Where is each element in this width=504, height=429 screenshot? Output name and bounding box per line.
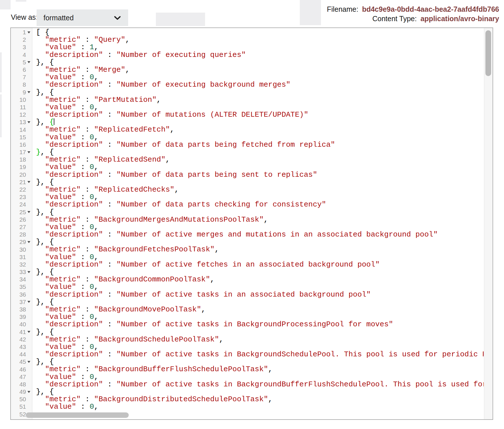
code-line[interactable]: "value" : 0, [36, 193, 484, 201]
fold-arrow-icon[interactable] [26, 178, 32, 186]
code-line[interactable]: "value" : 0, [36, 134, 484, 141]
line-number: 7 [13, 74, 26, 81]
code-line[interactable]: "value" : 0, [36, 403, 484, 410]
gutter-row: 25 [11, 208, 32, 216]
code-line[interactable]: "metric" : "ReplicatedSend", [36, 156, 484, 163]
gutter-row: 45 [11, 358, 32, 366]
vertical-scrollbar-thumb[interactable] [485, 30, 491, 76]
code-line[interactable]: "value" : 1, [36, 43, 484, 51]
code-line[interactable]: "description" : "Number of active tasks … [36, 321, 484, 328]
vertical-scrollbar[interactable] [484, 28, 493, 419]
gutter-row: 33 [11, 268, 32, 276]
code-line[interactable]: "description" : "Number of executing que… [36, 51, 484, 59]
code-line[interactable]: "metric" : "BackgroundDistributedSchedul… [36, 396, 484, 403]
code-line[interactable]: "metric" : "BackgroundMovePoolTask", [36, 306, 484, 313]
fold-arrow-icon[interactable] [26, 29, 32, 36]
fold-arrow-icon[interactable] [26, 238, 32, 246]
code-line[interactable]: "metric" : "ReplicatedChecks", [36, 186, 484, 193]
code-line[interactable]: "metric" : "BackgroundMergesAndMutations… [36, 216, 484, 223]
code-line[interactable]: "value" : 0, [36, 313, 484, 321]
fold-arrow-icon[interactable] [26, 268, 32, 276]
fold-arrow-icon[interactable] [26, 358, 32, 366]
fold-arrow-icon[interactable] [26, 118, 32, 126]
code-line[interactable]: "description" : "Number of active tasks … [36, 291, 484, 298]
code-line[interactable]: "metric" : "Merge", [36, 66, 484, 74]
fold-arrow-icon[interactable] [26, 328, 32, 336]
line-number: 33 [13, 269, 26, 275]
code-line[interactable]: }, { [36, 358, 484, 366]
gutter-row: 7 [11, 74, 32, 81]
gutter-row: 16 [11, 141, 32, 148]
code-line[interactable]: "value" : 0, [36, 373, 484, 381]
code-editor[interactable]: 1234567891011121314151617181920212223242… [10, 27, 493, 420]
fold-arrow-icon[interactable] [26, 208, 32, 216]
line-number: 26 [13, 216, 26, 223]
code-line[interactable]: "value" : 0, [36, 343, 484, 351]
code-line[interactable]: "value" : 0, [36, 253, 484, 261]
code-line[interactable]: }, { [36, 89, 484, 96]
punctuation-token: , [268, 365, 273, 374]
line-number: 32 [13, 261, 26, 268]
code-line[interactable]: "description" : "Number of active fetche… [36, 261, 484, 268]
code-line[interactable]: "description" : "Number of data parts be… [36, 141, 484, 148]
code-line[interactable]: "value" : 0, [36, 163, 484, 171]
code-line[interactable]: "value" : 0, [36, 223, 484, 231]
skeleton-block [300, 0, 321, 25]
gutter-row: 31 [11, 253, 32, 261]
json-string-token: "BackgroundMovePoolTask" [94, 305, 201, 314]
code-line[interactable]: "value" : 0, [36, 283, 484, 291]
code-line[interactable]: "description" : "Number of mutations (AL… [36, 111, 484, 118]
code-line[interactable]: }, { [36, 388, 484, 396]
code-line[interactable]: "description" : "Number of data parts ch… [36, 201, 484, 208]
punctuation-token: : [103, 140, 116, 149]
fold-arrow-icon[interactable] [26, 148, 32, 156]
line-number: 25 [13, 209, 26, 216]
code-line[interactable]: }, { [36, 268, 484, 276]
line-number: 27 [13, 224, 26, 231]
code-line[interactable]: [ { [36, 29, 484, 36]
json-string-token: "BackgroundSchedulePoolTask" [94, 335, 219, 344]
code-line[interactable]: "metric" : "Query", [36, 36, 484, 43]
code-line[interactable]: "description" : "Number of active merges… [36, 231, 484, 238]
code-line[interactable]: "description" : "Number of active tasks … [36, 351, 484, 358]
punctuation-token: , [215, 245, 219, 254]
code-line[interactable]: "metric" : "BackgroundSchedulePoolTask", [36, 336, 484, 343]
line-number: 39 [13, 313, 26, 320]
code-line[interactable]: }, { [36, 178, 484, 186]
line-number: 12 [13, 111, 26, 118]
line-number: 19 [13, 164, 26, 170]
code-line[interactable]: "metric" : "BackgroundCommonPoolTask", [36, 276, 484, 283]
fold-arrow-icon[interactable] [26, 59, 32, 66]
code-line[interactable]: }, { [36, 148, 484, 156]
gutter-row: 24 [11, 201, 32, 208]
code-line[interactable]: }, { [36, 118, 484, 126]
line-number: 9 [13, 89, 26, 96]
fold-arrow-icon[interactable] [26, 388, 32, 396]
horizontal-scrollbar-thumb[interactable] [26, 412, 129, 418]
code-line[interactable]: "metric" : "ReplicatedFetch", [36, 126, 484, 133]
line-number: 22 [13, 186, 26, 193]
code-line[interactable]: "description" : "Number of executing bac… [36, 81, 484, 88]
code-area[interactable]: [ { "metric" : "Query", "value" : 1, "de… [36, 29, 484, 419]
code-line[interactable]: }, { [36, 298, 484, 306]
code-line[interactable]: "metric" : "PartMutation", [36, 96, 484, 104]
code-line[interactable]: }, { [36, 59, 484, 66]
code-line[interactable]: "value" : 0, [36, 74, 484, 81]
line-number: 6 [13, 66, 26, 73]
fold-arrow-icon[interactable] [26, 89, 32, 96]
code-line[interactable]: }, { [36, 208, 484, 216]
code-line[interactable]: "metric" : "BackgroundBufferFlushSchedul… [36, 366, 484, 373]
punctuation-token: : [103, 350, 116, 359]
code-line[interactable]: }, { [36, 328, 484, 336]
code-line[interactable]: "description" : "Number of data parts be… [36, 171, 484, 178]
code-line[interactable]: "value" : 0, [36, 104, 484, 111]
line-number: 10 [13, 96, 26, 103]
fold-arrow-icon[interactable] [26, 298, 32, 306]
view-as-select[interactable]: formatted [37, 9, 128, 26]
gutter-row: 41 [11, 328, 32, 336]
gutter-row: 23 [11, 193, 32, 201]
code-line[interactable]: }, { [36, 238, 484, 246]
line-number: 2 [13, 36, 26, 43]
code-line[interactable]: "metric" : "BackgroundFetchesPoolTask", [36, 246, 484, 253]
code-line[interactable]: "description" : "Number of active tasks … [36, 381, 484, 388]
